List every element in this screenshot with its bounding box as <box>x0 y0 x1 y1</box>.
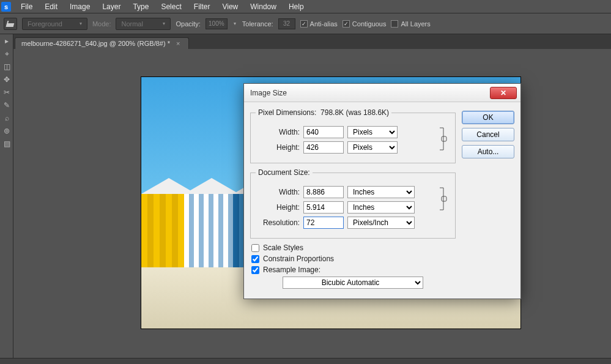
pixel-height-input[interactable] <box>303 141 344 154</box>
contiguous-label: Contiguous <box>352 20 387 28</box>
dialog-titlebar[interactable]: Image Size ✕ <box>244 84 520 102</box>
resample-label: Resample Image: <box>263 266 320 274</box>
resolution-label: Resolution: <box>256 218 300 227</box>
menu-select[interactable]: Select <box>155 2 187 11</box>
svg-rect-0 <box>442 136 446 141</box>
options-bar: Foreground▾ Mode: Normal▾ Opacity: 100% … <box>0 13 611 34</box>
menu-file[interactable]: File <box>15 2 39 11</box>
document-size-legend: Document Size: <box>256 168 313 177</box>
blend-mode-value: Normal <box>121 20 143 28</box>
pixel-height-unit-select[interactable]: Pixels <box>347 141 398 154</box>
fill-mode-select[interactable]: Foreground▾ <box>22 18 87 30</box>
menu-layer[interactable]: Layer <box>96 2 127 11</box>
tool-slot[interactable]: ✂ <box>1 86 13 98</box>
constrain-label: Constrain Proportions <box>263 254 334 263</box>
fill-mode-label: Foreground <box>28 20 62 28</box>
tool-slot[interactable]: ✥ <box>1 73 13 86</box>
tool-slot[interactable]: ◫ <box>1 61 13 73</box>
chevron-down-icon: ▾ <box>163 21 165 26</box>
pixel-width-input[interactable] <box>303 126 344 138</box>
doc-height-label: Height: <box>256 203 300 212</box>
tolerance-label: Tolerance: <box>242 20 273 28</box>
menu-type[interactable]: Type <box>127 2 155 11</box>
mode-label: Mode: <box>92 20 111 28</box>
anti-alias-label: Anti-alias <box>310 20 338 28</box>
doc-width-input[interactable] <box>303 186 344 198</box>
tool-slot[interactable]: ⌖ <box>1 48 13 60</box>
svg-rect-1 <box>442 196 446 201</box>
opacity-input[interactable]: 100% <box>206 18 228 29</box>
document-tabstrip: melbourne-4286271_640.jpg @ 200% (RGB/8#… <box>0 34 611 49</box>
constrain-checkbox[interactable]: Constrain Proportions <box>251 254 456 263</box>
width-label: Width: <box>256 128 300 136</box>
anti-alias-checkbox[interactable]: ✓Anti-alias <box>300 20 338 28</box>
app-logo: s <box>1 2 11 12</box>
tool-slot[interactable]: ✎ <box>1 99 13 111</box>
all-layers-checkbox[interactable]: All Layers <box>391 20 430 28</box>
resample-checkbox[interactable]: Resample Image: <box>251 266 456 274</box>
resample-method-select[interactable]: Bicubic Automatic <box>283 277 423 289</box>
scale-styles-checkbox[interactable]: Scale Styles <box>251 243 456 252</box>
menu-view[interactable]: View <box>216 2 244 11</box>
doc-height-unit-select[interactable]: Inches <box>347 201 415 214</box>
height-label: Height: <box>256 143 300 152</box>
pixel-dimensions-group: Pixel Dimensions: 798.8K (was 188.6K) Wi… <box>250 108 456 163</box>
tool-slot[interactable]: ⊚ <box>1 125 13 137</box>
menu-window[interactable]: Window <box>244 2 283 11</box>
close-button[interactable]: ✕ <box>490 87 517 99</box>
link-icon[interactable] <box>438 183 449 215</box>
doc-height-input[interactable] <box>303 201 344 214</box>
cancel-button[interactable]: Cancel <box>462 128 514 141</box>
link-icon[interactable] <box>438 123 449 155</box>
document-tab-title: melbourne-4286271_640.jpg @ 200% (RGB/8#… <box>21 40 170 47</box>
pixel-dimensions-legend: Pixel Dimensions: 798.8K (was 188.6K) <box>256 108 391 117</box>
resolution-input[interactable] <box>303 217 344 229</box>
dialog-title: Image Size <box>250 89 490 97</box>
chevron-down-icon[interactable]: ▾ <box>232 21 237 26</box>
chevron-down-icon: ▾ <box>80 21 82 26</box>
image-size-dialog: Image Size ✕ Pixel Dimensions: 798.8K (w… <box>243 83 521 299</box>
blend-mode-select[interactable]: Normal▾ <box>116 18 171 30</box>
status-bar <box>0 358 611 364</box>
resolution-unit-select[interactable]: Pixels/Inch <box>347 217 415 229</box>
tools-panel: ▸ ⌖ ◫ ✥ ✂ ✎ ⌕ ⊚ ▤ <box>0 34 13 364</box>
close-icon[interactable]: × <box>176 40 180 47</box>
doc-width-label: Width: <box>256 188 300 196</box>
contiguous-checkbox[interactable]: ✓Contiguous <box>343 20 387 28</box>
tolerance-input[interactable]: 32 <box>278 18 295 29</box>
menu-filter[interactable]: Filter <box>188 2 217 11</box>
document-tab[interactable]: melbourne-4286271_640.jpg @ 200% (RGB/8#… <box>15 37 189 49</box>
menu-image[interactable]: Image <box>64 2 96 11</box>
tool-slot[interactable]: ▸ <box>1 35 13 47</box>
paint-bucket-icon[interactable] <box>4 18 17 30</box>
ok-button[interactable]: OK <box>462 111 514 124</box>
scale-styles-label: Scale Styles <box>263 243 303 252</box>
document-size-group: Document Size: Width: Inches Height: Inc… <box>250 168 456 239</box>
tool-slot[interactable]: ⌕ <box>1 112 13 124</box>
menu-help[interactable]: Help <box>283 2 310 11</box>
menubar: s File Edit Image Layer Type Select Filt… <box>0 0 611 13</box>
menu-edit[interactable]: Edit <box>39 2 64 11</box>
pixel-width-unit-select[interactable]: Pixels <box>347 126 398 138</box>
doc-width-unit-select[interactable]: Inches <box>347 186 415 198</box>
tool-slot[interactable]: ▤ <box>1 138 13 150</box>
opacity-label: Opacity: <box>176 20 200 28</box>
auto-button[interactable]: Auto... <box>462 145 514 158</box>
all-layers-label: All Layers <box>401 20 430 28</box>
